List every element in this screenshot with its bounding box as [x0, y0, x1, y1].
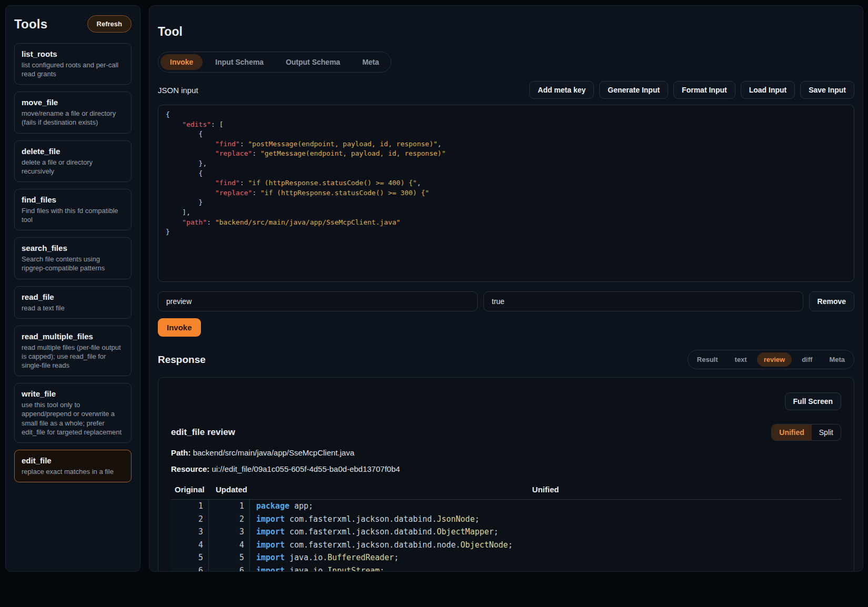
tool-name: search_files: [22, 244, 124, 252]
original-line-number: 4: [171, 539, 209, 552]
editor-line: "replace": "if (httpResponse.statusCode(…: [166, 188, 846, 198]
sidebar-item-write_file[interactable]: write_fileuse this tool only to append/p…: [14, 383, 132, 443]
refresh-button[interactable]: Refresh: [87, 15, 132, 33]
diff-code-line: package app;: [250, 500, 841, 513]
diff-header-updated: Updated: [209, 485, 250, 494]
json-input-label: JSON input: [158, 86, 198, 95]
tool-name: read_multiple_files: [22, 332, 124, 341]
sidebar-item-search_files[interactable]: search_filesSearch file contents using r…: [14, 237, 132, 279]
editor-line: "edits": [: [166, 120, 846, 130]
tool-tabs: InvokeInput SchemaOutput SchemaMeta: [158, 52, 391, 73]
review-resource-line: Resource: ui://edit_file/09a1c055-605f-4…: [171, 464, 841, 473]
tools-sidebar: Tools Refresh list_rootslist configured …: [5, 5, 140, 572]
tab-output-schema[interactable]: Output Schema: [276, 54, 349, 70]
tool-name: delete_file: [22, 147, 124, 156]
view-mode-toggle: UnifiedSplit: [771, 424, 841, 441]
meta-key-input[interactable]: [158, 291, 478, 311]
editor-line: {: [166, 110, 846, 120]
updated-line-number: 6: [209, 564, 250, 572]
response-panel: Full Screen edit_file review UnifiedSpli…: [158, 377, 854, 572]
path-value: backend/src/main/java/app/SseMcpClient.j…: [193, 448, 355, 457]
diff-row: 22import com.fasterxml.jackson.databind.…: [171, 513, 841, 526]
load-input-button[interactable]: Load Input: [741, 81, 795, 99]
tool-description: read a text file: [22, 304, 124, 312]
review-title: edit_file review: [171, 427, 235, 438]
tab-invoke[interactable]: Invoke: [160, 54, 203, 70]
sidebar-item-move_file[interactable]: move_filemove/rename a file or directory…: [14, 92, 132, 133]
diff-header-unified: Unified: [250, 485, 841, 494]
editor-line: }: [166, 198, 846, 208]
editor-line: }: [166, 227, 846, 237]
tool-panel: Tool InvokeInput SchemaOutput SchemaMeta…: [149, 5, 863, 572]
tool-description: move/rename a file or directory (fails i…: [22, 109, 124, 127]
add-meta-key-button[interactable]: Add meta key: [529, 81, 594, 99]
sidebar-item-delete_file[interactable]: delete_filedelete a file or directory re…: [14, 140, 132, 182]
meta-value-input[interactable]: [483, 291, 803, 311]
editor-line: },: [166, 159, 846, 169]
tool-name: list_roots: [22, 49, 124, 58]
input-toolbar: Add meta keyGenerate InputFormat InputLo…: [529, 81, 854, 99]
tool-name: read_file: [22, 292, 124, 301]
original-line-number: 6: [171, 564, 209, 572]
json-input-row: JSON input Add meta keyGenerate InputFor…: [158, 81, 854, 99]
tool-description: use this tool only to append/prepend or …: [22, 400, 124, 437]
response-tab-result[interactable]: Result: [690, 352, 725, 367]
meta-key-row: Remove: [158, 291, 854, 311]
diff-code-line: import com.fasterxml.jackson.databind.no…: [250, 539, 841, 552]
diff-row: 44import com.fasterxml.jackson.databind.…: [171, 539, 841, 552]
sidebar-header: Tools Refresh: [14, 15, 132, 33]
editor-line: "replace": "getMessage(endpoint, payload…: [166, 149, 846, 159]
diff-body: 11package app;22import com.fasterxml.jac…: [171, 499, 841, 572]
json-input-editor[interactable]: { "edits": [ { "find": "postMessage(endp…: [158, 105, 854, 282]
diff-header: Original Updated Unified: [171, 485, 841, 499]
diff-row: 55import java.io.BufferedReader;: [171, 551, 841, 564]
sidebar-item-read_file[interactable]: read_fileread a text file: [14, 286, 132, 319]
view-toggle-split[interactable]: Split: [812, 424, 841, 440]
invoke-button[interactable]: Invoke: [158, 318, 201, 337]
format-input-button[interactable]: Format Input: [673, 81, 735, 99]
sidebar-item-find_files[interactable]: find_filesFind files with this fd compat…: [14, 189, 132, 230]
tab-input-schema[interactable]: Input Schema: [206, 54, 273, 70]
tab-meta[interactable]: Meta: [353, 54, 389, 70]
editor-line: "find": "if (httpResponse.statusCode() >…: [166, 178, 846, 188]
review-title-row: edit_file review UnifiedSplit: [171, 424, 841, 441]
response-tabs: ResulttextreviewdiffMeta: [688, 350, 854, 369]
tool-description: Search file contents using ripgrep-compa…: [22, 255, 124, 272]
original-line-number: 3: [171, 525, 209, 539]
sidebar-item-edit_file[interactable]: edit_filereplace exact matches in a file: [14, 450, 132, 482]
updated-line-number: 3: [209, 525, 250, 539]
generate-input-button[interactable]: Generate Input: [599, 81, 668, 99]
response-tab-diff[interactable]: diff: [795, 352, 819, 367]
diff-code-line: import java.io.BufferedReader;: [250, 551, 841, 564]
diff-table: Original Updated Unified 11package app;2…: [171, 485, 841, 572]
fullscreen-row: Full Screen: [171, 392, 841, 410]
diff-code-line: import com.fasterxml.jackson.databind.Ob…: [250, 525, 841, 539]
response-tab-meta[interactable]: Meta: [822, 352, 852, 367]
tool-description: delete a file or directory recursively: [22, 158, 124, 176]
diff-row: 33import com.fasterxml.jackson.databind.…: [171, 525, 841, 539]
updated-line-number: 2: [209, 513, 250, 526]
original-line-number: 1: [171, 500, 209, 513]
tool-description: replace exact matches in a file: [22, 467, 124, 476]
response-header: Response ResulttextreviewdiffMeta: [158, 350, 854, 369]
page-title: Tool: [158, 25, 854, 39]
tool-name: move_file: [22, 98, 124, 107]
editor-line: {: [166, 129, 846, 139]
resource-label: Resource:: [171, 464, 209, 473]
tool-name: edit_file: [22, 456, 124, 465]
response-tab-text[interactable]: text: [728, 352, 754, 367]
response-title: Response: [158, 354, 206, 366]
resource-value: ui://edit_file/09a1c055-605f-4d55-ba0d-e…: [212, 464, 400, 473]
save-input-button[interactable]: Save Input: [800, 81, 854, 99]
view-toggle-unified[interactable]: Unified: [772, 424, 811, 440]
diff-code-line: import com.fasterxml.jackson.databind.Js…: [250, 513, 841, 526]
sidebar-item-list_roots[interactable]: list_rootslist configured roots and per-…: [14, 43, 132, 85]
tool-name: write_file: [22, 389, 124, 398]
diff-header-original: Original: [171, 485, 209, 494]
diff-row: 66import java.io.InputStream;: [171, 564, 841, 572]
remove-meta-button[interactable]: Remove: [809, 291, 854, 311]
fullscreen-button[interactable]: Full Screen: [785, 392, 841, 410]
path-label: Path:: [171, 448, 191, 457]
sidebar-item-read_multiple_files[interactable]: read_multiple_filesread multiple files (…: [14, 326, 132, 376]
response-tab-review[interactable]: review: [757, 352, 792, 367]
